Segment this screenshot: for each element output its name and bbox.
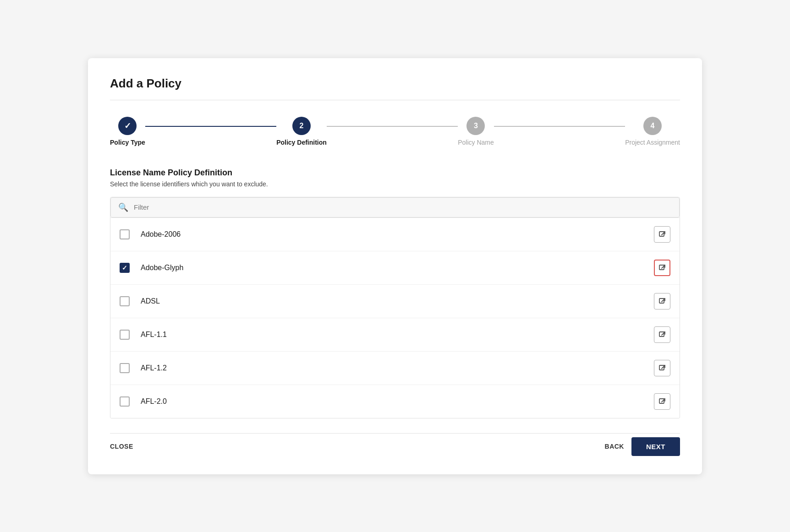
- step-connector-1: [145, 126, 276, 127]
- external-link-adobe-glyph[interactable]: [654, 260, 670, 276]
- title-divider: [110, 100, 680, 100]
- step-policy-type: ✓ Policy Type: [110, 117, 145, 146]
- section-subtitle: Select the license identifiers which you…: [110, 180, 680, 188]
- list-item: Adobe-2006: [110, 218, 680, 251]
- search-icon: 🔍: [118, 202, 128, 212]
- step-project-assignment: 4 Project Assignment: [625, 117, 680, 146]
- step-number-3: 3: [474, 122, 478, 130]
- step-connector-3: [494, 126, 625, 127]
- step-circle-2: 2: [292, 117, 311, 135]
- step-policy-name: 3 Policy Name: [458, 117, 494, 146]
- step-label-1: Policy Type: [110, 139, 145, 146]
- external-link-adsl[interactable]: [654, 293, 670, 309]
- checkmark-icon: ✓: [124, 121, 131, 131]
- step-circle-3: 3: [466, 117, 485, 135]
- external-link-afl-1-1[interactable]: [654, 326, 670, 343]
- checkbox-adobe-2006[interactable]: [120, 229, 130, 239]
- external-link-adobe-2006[interactable]: [654, 226, 670, 243]
- step-label-3: Policy Name: [458, 139, 494, 146]
- svg-rect-4: [659, 365, 664, 370]
- step-label-2: Policy Definition: [276, 139, 327, 146]
- svg-rect-2: [659, 299, 664, 303]
- step-number-2: 2: [300, 122, 304, 130]
- close-button[interactable]: CLOSE: [110, 443, 133, 450]
- filter-wrapper: 🔍: [110, 197, 680, 218]
- checkbox-afl-2-0[interactable]: [120, 396, 130, 407]
- footer-right: BACK NEXT: [605, 437, 680, 456]
- step-connector-2: [327, 126, 458, 127]
- add-policy-modal: Add a Policy ✓ Policy Type 2 Policy Defi…: [88, 58, 702, 474]
- next-button[interactable]: NEXT: [631, 437, 680, 456]
- external-link-afl-2-0[interactable]: [654, 393, 670, 410]
- item-label-adobe-2006: Adobe-2006: [141, 230, 654, 239]
- svg-rect-3: [659, 332, 664, 337]
- svg-rect-0: [659, 232, 664, 236]
- checkbox-adsl[interactable]: [120, 296, 130, 306]
- list-item: AFL-2.0: [110, 385, 680, 418]
- item-label-afl-1-1: AFL-1.1: [141, 331, 654, 339]
- footer: CLOSE BACK NEXT: [110, 433, 680, 456]
- checkbox-afl-1-1[interactable]: [120, 330, 130, 340]
- stepper: ✓ Policy Type 2 Policy Definition 3 Poli…: [110, 117, 680, 146]
- license-list: Adobe-2006 Adobe-Glyph ADSL AFL-1.1 AFL-…: [110, 218, 680, 418]
- step-label-4: Project Assignment: [625, 139, 680, 146]
- section-title: License Name Policy Definition: [110, 168, 680, 178]
- checkbox-afl-1-2[interactable]: [120, 363, 130, 373]
- step-circle-1: ✓: [118, 117, 137, 135]
- list-item: AFL-1.2: [110, 352, 680, 385]
- item-label-adobe-glyph: Adobe-Glyph: [141, 264, 654, 272]
- external-link-afl-1-2[interactable]: [654, 360, 670, 376]
- list-item: AFL-1.1: [110, 318, 680, 352]
- step-policy-definition: 2 Policy Definition: [276, 117, 327, 146]
- item-label-adsl: ADSL: [141, 297, 654, 305]
- page-title: Add a Policy: [110, 76, 680, 91]
- list-item: Adobe-Glyph: [110, 251, 680, 285]
- checkbox-adobe-glyph[interactable]: [120, 263, 130, 273]
- item-label-afl-1-2: AFL-1.2: [141, 364, 654, 372]
- list-item: ADSL: [110, 285, 680, 318]
- filter-input[interactable]: [134, 203, 672, 211]
- filter-box: 🔍: [110, 197, 680, 217]
- svg-rect-1: [659, 265, 664, 270]
- back-button[interactable]: BACK: [605, 437, 624, 456]
- step-number-4: 4: [651, 122, 655, 130]
- step-circle-4: 4: [643, 117, 662, 135]
- item-label-afl-2-0: AFL-2.0: [141, 397, 654, 406]
- svg-rect-5: [659, 399, 664, 403]
